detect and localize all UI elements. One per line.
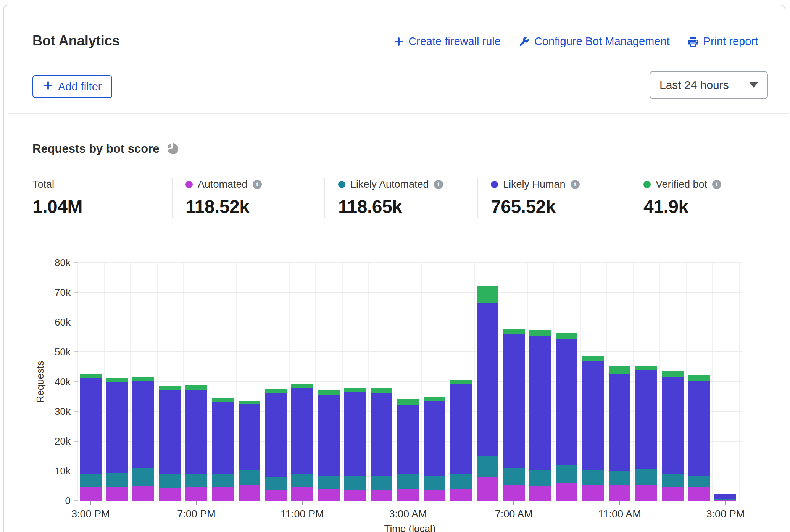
bar-segment-automated[interactable] bbox=[159, 488, 181, 501]
bar-segment-verified-bot[interactable] bbox=[635, 366, 657, 370]
bar-segment-automated[interactable] bbox=[318, 489, 340, 501]
bar-segment-verified-bot[interactable] bbox=[688, 375, 710, 381]
bar-segment-automated[interactable] bbox=[477, 477, 498, 501]
bar-segment-automated[interactable] bbox=[450, 489, 472, 501]
bar-segment-likely-automated[interactable] bbox=[371, 476, 392, 490]
bar-segment-automated[interactable] bbox=[529, 486, 551, 501]
bar-segment-automated[interactable] bbox=[132, 486, 154, 501]
bar-segment-likely-human[interactable] bbox=[212, 402, 234, 474]
bar-segment-likely-automated[interactable] bbox=[688, 476, 710, 487]
bar-segment-automated[interactable] bbox=[635, 485, 657, 501]
bar-segment-automated[interactable] bbox=[239, 485, 260, 501]
bar-segment-verified-bot[interactable] bbox=[556, 333, 577, 339]
bar-segment-likely-automated[interactable] bbox=[291, 474, 313, 487]
bar-segment-likely-human[interactable] bbox=[529, 336, 551, 470]
bar-segment-verified-bot[interactable] bbox=[265, 389, 287, 393]
bar-segment-verified-bot[interactable] bbox=[424, 397, 445, 402]
bar-segment-likely-automated[interactable] bbox=[635, 469, 657, 485]
bar-segment-verified-bot[interactable] bbox=[106, 378, 128, 382]
bar-segment-likely-automated[interactable] bbox=[662, 474, 684, 487]
bar-segment-verified-bot[interactable] bbox=[397, 399, 419, 405]
bar-segment-likely-human[interactable] bbox=[80, 378, 102, 474]
bar-segment-likely-automated[interactable] bbox=[265, 477, 287, 490]
bar-segment-verified-bot[interactable] bbox=[80, 374, 102, 378]
bar-segment-likely-human[interactable] bbox=[291, 388, 313, 474]
bar-segment-likely-human[interactable] bbox=[424, 401, 445, 475]
bar-segment-likely-human[interactable] bbox=[185, 390, 207, 474]
bar-segment-automated[interactable] bbox=[688, 487, 710, 501]
bar-segment-likely-automated[interactable] bbox=[556, 465, 577, 483]
bar-segment-likely-human[interactable] bbox=[582, 361, 604, 470]
bar-segment-likely-human[interactable] bbox=[344, 392, 366, 475]
bar-segment-likely-human[interactable] bbox=[503, 334, 525, 468]
bar-segment-likely-automated[interactable] bbox=[212, 474, 234, 487]
bar-segment-likely-human[interactable] bbox=[450, 384, 472, 474]
bar-segment-likely-human[interactable] bbox=[371, 393, 392, 476]
bar-segment-verified-bot[interactable] bbox=[318, 390, 340, 394]
bar-segment-automated[interactable] bbox=[265, 490, 287, 501]
bar-segment-verified-bot[interactable] bbox=[450, 380, 472, 384]
bar-segment-likely-automated[interactable] bbox=[80, 474, 102, 487]
bar-segment-verified-bot[interactable] bbox=[529, 330, 551, 337]
bar-segment-likely-automated[interactable] bbox=[132, 468, 154, 486]
bar-segment-likely-automated[interactable] bbox=[609, 471, 630, 485]
bar-segment-automated[interactable] bbox=[212, 487, 234, 501]
bar-segment-likely-automated[interactable] bbox=[185, 474, 207, 487]
bar-segment-automated[interactable] bbox=[662, 487, 684, 501]
bar-segment-likely-human[interactable] bbox=[609, 374, 630, 471]
bar-segment-verified-bot[interactable] bbox=[159, 386, 181, 391]
bar-segment-likely-human[interactable] bbox=[688, 381, 710, 475]
bar-segment-likely-automated[interactable] bbox=[239, 470, 260, 485]
bar-segment-verified-bot[interactable] bbox=[582, 356, 604, 361]
bar-segment-automated[interactable] bbox=[397, 489, 419, 501]
bar-segment-verified-bot[interactable] bbox=[291, 384, 313, 388]
bar-segment-automated[interactable] bbox=[424, 490, 445, 501]
bar-segment-likely-human[interactable] bbox=[265, 393, 287, 477]
bar-segment-verified-bot[interactable] bbox=[344, 388, 366, 392]
bar-segment-automated[interactable] bbox=[185, 487, 207, 501]
bar-segment-automated[interactable] bbox=[582, 485, 604, 501]
bar-segment-likely-automated[interactable] bbox=[529, 470, 551, 486]
bar-segment-likely-automated[interactable] bbox=[397, 474, 419, 489]
bar-segment-automated[interactable] bbox=[556, 483, 577, 501]
bar-segment-likely-human[interactable] bbox=[132, 381, 154, 468]
bar-segment-likely-automated[interactable] bbox=[477, 456, 498, 477]
bar-segment-likely-automated[interactable] bbox=[106, 473, 128, 486]
bar-segment-likely-human[interactable] bbox=[239, 404, 260, 470]
bar-segment-automated[interactable] bbox=[344, 490, 366, 501]
bar-segment-automated[interactable] bbox=[80, 487, 102, 501]
bar-segment-likely-human[interactable] bbox=[159, 390, 181, 474]
bar-segment-verified-bot[interactable] bbox=[132, 377, 154, 381]
bar-segment-verified-bot[interactable] bbox=[371, 388, 392, 392]
bar-segment-verified-bot[interactable] bbox=[503, 329, 525, 334]
bar-segment-likely-human[interactable] bbox=[635, 370, 657, 469]
bar-segment-likely-automated[interactable] bbox=[318, 476, 340, 488]
bar-segment-verified-bot[interactable] bbox=[714, 494, 736, 494]
bar-segment-likely-human[interactable] bbox=[477, 303, 498, 456]
bar-segment-likely-human[interactable] bbox=[106, 382, 128, 474]
bar-segment-likely-automated[interactable] bbox=[159, 474, 181, 488]
bar-segment-verified-bot[interactable] bbox=[212, 398, 234, 402]
bar-segment-likely-human[interactable] bbox=[318, 395, 340, 476]
bar-segment-likely-automated[interactable] bbox=[582, 470, 604, 485]
bar-segment-verified-bot[interactable] bbox=[609, 366, 630, 374]
bar-segment-likely-automated[interactable] bbox=[714, 499, 736, 500]
bar-segment-likely-automated[interactable] bbox=[450, 474, 472, 490]
bar-segment-automated[interactable] bbox=[106, 487, 128, 501]
bar-segment-likely-human[interactable] bbox=[714, 494, 736, 498]
bar-segment-automated[interactable] bbox=[371, 490, 392, 501]
bar-segment-likely-automated[interactable] bbox=[424, 476, 445, 490]
bar-segment-likely-human[interactable] bbox=[662, 377, 684, 474]
bar-segment-likely-human[interactable] bbox=[397, 405, 419, 475]
bar-segment-automated[interactable] bbox=[609, 485, 630, 501]
bar-segment-automated[interactable] bbox=[503, 485, 525, 501]
bar-segment-verified-bot[interactable] bbox=[239, 401, 260, 405]
bar-segment-likely-human[interactable] bbox=[556, 339, 577, 465]
bar-segment-likely-automated[interactable] bbox=[503, 468, 525, 485]
bar-segment-verified-bot[interactable] bbox=[477, 286, 498, 303]
x-axis-tick-label: 7:00 AM bbox=[476, 508, 552, 520]
bar-segment-automated[interactable] bbox=[291, 487, 313, 501]
bar-segment-likely-automated[interactable] bbox=[344, 476, 366, 490]
bar-segment-verified-bot[interactable] bbox=[185, 385, 207, 390]
bar-segment-verified-bot[interactable] bbox=[662, 371, 684, 377]
